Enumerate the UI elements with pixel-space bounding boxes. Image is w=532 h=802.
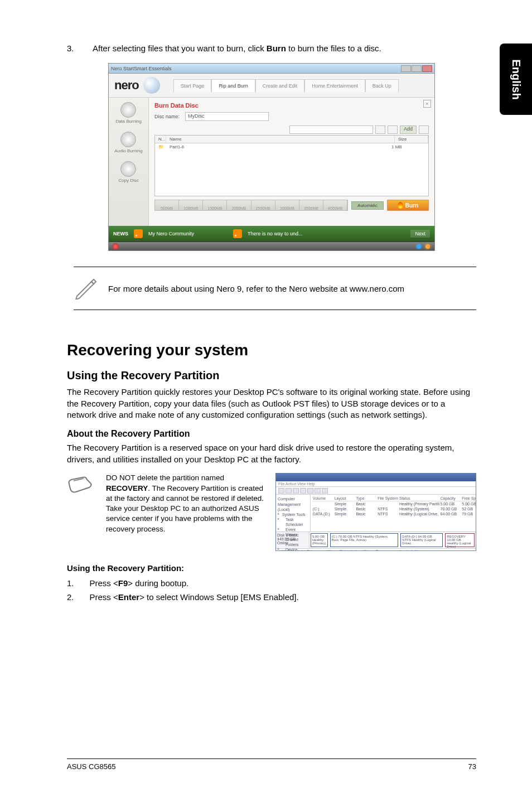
burn-button[interactable]: Burn [387, 200, 429, 211]
panel-title: Burn Data Disc [154, 102, 429, 109]
col-name[interactable]: Name [166, 136, 395, 143]
next-button[interactable]: Next [410, 230, 430, 238]
dm-menu: File Action View Help [276, 481, 476, 487]
subsection-heading: About the Recovery Partition [67, 429, 476, 439]
list-item: 1. Press <F9> during bootup. [67, 578, 476, 588]
location-dropdown[interactable] [289, 125, 373, 134]
nero-tabs: Start Page Rip and Burn Create and Edit … [173, 79, 399, 92]
tab-create-and-edit[interactable]: Create and Edit [255, 79, 305, 92]
volume-row[interactable]: (C:)SimpleBasicNTFSHealthy (System)70.00… [312, 506, 476, 511]
toolbar-icon[interactable] [300, 488, 306, 494]
tab-back-up[interactable]: Back Up [365, 79, 399, 92]
col-num[interactable]: N... [155, 136, 166, 143]
rss-icon[interactable] [233, 229, 242, 238]
nero-sidebar: Data Burning Audio Burning Copy Disc [109, 98, 149, 226]
led-icon [425, 244, 430, 249]
language-label: English [510, 59, 523, 99]
dm-toolbar [276, 487, 476, 495]
capacity-gauge: 500MB 1000MB 1500MB 2000MB 2500MB 3000MB… [154, 200, 348, 211]
flame-icon [398, 202, 403, 209]
body-text: The Recovery Partition is a reserved spa… [67, 442, 476, 465]
minimize-icon[interactable] [401, 65, 411, 72]
page-number: 73 [468, 762, 476, 771]
maximize-icon[interactable] [412, 65, 422, 72]
toolbar-icon[interactable] [322, 488, 328, 494]
sidebar-data-burning[interactable]: Data Burning [115, 102, 142, 124]
disc-icon [120, 102, 136, 118]
procedure-heading: Using the Recovery Partition: [67, 563, 476, 573]
file-size: 1 MB [391, 144, 425, 149]
dm-volume-list: VolumeLayoutTypeFile SystemStatusCapacit… [311, 495, 476, 532]
add-button[interactable]: Add [400, 125, 417, 134]
step-number: 1. [67, 578, 74, 588]
community-link[interactable]: My Nero Community [148, 231, 194, 236]
note-box: For more details about using Nero 9, ref… [74, 267, 476, 310]
warning-text: DO NOT delete the partition named RECOVE… [106, 473, 268, 534]
remove-icon[interactable] [419, 125, 429, 134]
disk-management-screenshot: File Action View Help Computer Managemen… [275, 473, 476, 551]
audio-disc-icon [120, 132, 136, 147]
step-text: After selecting files that you want to b… [93, 44, 381, 53]
file-list: N... Name Size 📁 Part1-6 1 MB [154, 135, 429, 196]
view-icon[interactable] [388, 125, 398, 134]
nero-logo: nero [114, 78, 139, 93]
toolbar-icon[interactable] [315, 488, 321, 494]
dm-tree: Computer Management (Local) System Tools… [276, 495, 311, 532]
step-3: 3. After selecting files that you want t… [67, 44, 476, 53]
caution-hand-icon [67, 473, 98, 497]
led-icon [417, 244, 421, 249]
panel-close-icon[interactable]: × [423, 100, 431, 108]
language-side-tab: English [500, 44, 532, 115]
partition-recovery-block[interactable]: RECOVERY 10.00 GB Healthy (Logical Drive… [445, 533, 475, 547]
tab-start-page[interactable]: Start Page [173, 79, 212, 92]
footer-product: ASUS CG8565 [67, 762, 115, 771]
step-number: 2. [67, 592, 74, 602]
subsection-heading: Using the Recovery Partition [67, 369, 476, 382]
toolbar-icon[interactable] [307, 488, 313, 494]
partition-block[interactable]: 5.00 GB Healthy (Primary) [311, 533, 328, 547]
file-name: Part1-6 [170, 144, 391, 149]
disc-name-input[interactable]: MyDisc [185, 112, 269, 121]
power-knob-icon[interactable] [112, 243, 119, 250]
nero-screenshot: Nero StartSmart Essentials nero Start Pa… [108, 63, 435, 251]
toolbar-icon[interactable] [293, 488, 299, 494]
sidebar-audio-burning[interactable]: Audio Burning [114, 132, 142, 153]
window-titlebar: Nero StartSmart Essentials [109, 64, 434, 74]
disc-name-label: Disc name: [154, 114, 180, 119]
dm-titlebar [276, 474, 476, 481]
volume-row[interactable]: SimpleBasicHealthy (Primary Partition)5.… [312, 501, 476, 506]
window-chrome-bottom [109, 241, 434, 250]
close-icon[interactable] [422, 65, 432, 72]
copy-disc-icon [120, 161, 136, 177]
section-heading: Recovering your system [67, 341, 476, 359]
partition-block[interactable]: DATA (D:) 64.05 GB NTFS Healthy (Logical… [400, 533, 443, 547]
step-number: 3. [67, 44, 77, 53]
toolbar-icon[interactable] [286, 488, 292, 494]
news-label: NEWS [113, 231, 128, 236]
page-footer: ASUS CG8565 73 [67, 758, 476, 771]
note-text: For more details about using Nero 9, ref… [108, 284, 404, 293]
body-text: The Recovery Partition quickly restores … [67, 386, 476, 421]
tab-rip-and-burn[interactable]: Rip and Burn [211, 79, 255, 92]
window-title: Nero StartSmart Essentials [111, 66, 172, 71]
globe-icon [143, 77, 160, 94]
sidebar-copy-disc[interactable]: Copy Disc [118, 161, 138, 183]
list-item: 2. Press <Enter> to select Windows Setup… [67, 592, 476, 602]
news-ticker: There is no way to und... [248, 231, 303, 236]
pen-icon [74, 275, 98, 302]
volume-row[interactable]: DATA (D:)SimpleBasicNTFSHealthy (Logical… [312, 511, 476, 516]
disc-type-dropdown[interactable]: Automatic [351, 201, 384, 210]
tab-home-entertainment[interactable]: Home Entertainment [304, 79, 365, 92]
up-folder-icon[interactable] [375, 125, 385, 134]
numbered-list: 1. Press <F9> during bootup. 2. Press <E… [67, 578, 476, 602]
file-row[interactable]: 📁 Part1-6 1 MB [155, 143, 428, 151]
toolbar-icon[interactable] [278, 488, 284, 494]
rss-icon[interactable] [134, 229, 143, 238]
col-size[interactable]: Size [395, 136, 428, 143]
partition-block[interactable]: (C:) 70.00 GB NTFS Healthy (System, Boot… [330, 533, 399, 547]
